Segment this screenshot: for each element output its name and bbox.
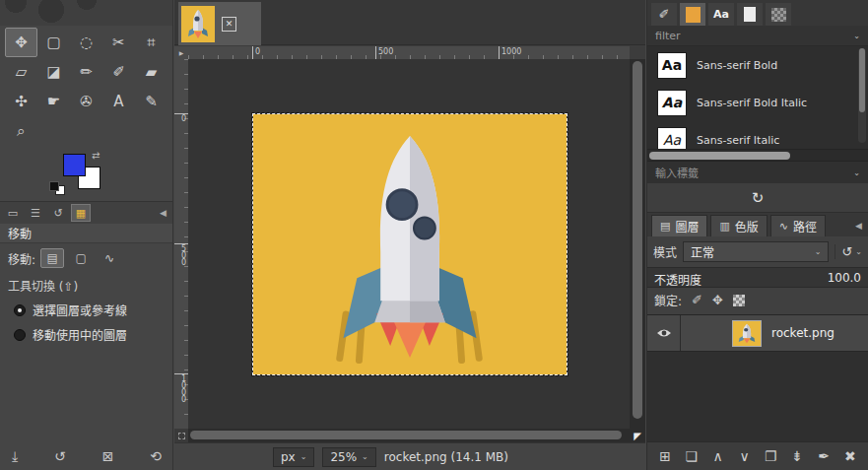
raise-layer-icon[interactable]: ∧ xyxy=(709,448,727,464)
clone-tool-icon[interactable]: ✣ xyxy=(5,87,37,116)
foreground-color-swatch[interactable] xyxy=(63,154,86,176)
free-select-tool-icon[interactable]: ◌ xyxy=(70,28,102,57)
layer-visibility-cell[interactable] xyxy=(647,315,681,351)
delete-preset-icon[interactable]: ⊠ xyxy=(102,448,114,464)
radio-selected-icon[interactable] xyxy=(14,304,26,316)
ruler-corner-button[interactable]: ▶ xyxy=(174,46,188,59)
add-mask-icon[interactable]: ✒ xyxy=(815,448,833,464)
opacity-slider[interactable]: 不透明度 100.0 xyxy=(647,267,868,288)
move-path-button[interactable]: ∿ xyxy=(98,248,121,268)
tab-device-status[interactable]: ☰ xyxy=(26,204,45,222)
lock-pixels-icon[interactable]: ✐ xyxy=(692,293,702,307)
horizontal-ruler[interactable]: 0 500 1000 xyxy=(188,46,630,59)
chevron-down-icon: ⌄ xyxy=(362,452,368,461)
quick-mask-toggle[interactable] xyxy=(174,429,188,442)
pencil-tool-icon[interactable]: ✏ xyxy=(70,57,102,87)
font-list-scrollbar-thumb[interactable] xyxy=(859,48,865,112)
tab-fonts[interactable]: Aa xyxy=(708,3,734,26)
bucket-fill-tool-icon[interactable]: ◪ xyxy=(37,57,70,87)
font-list-hscrollbar[interactable] xyxy=(647,149,868,161)
rectangle-select-tool-icon[interactable]: ▢ xyxy=(37,28,70,57)
vruler-label: 500 xyxy=(174,243,188,265)
tag-entry-input[interactable]: 輸入標籤 ⌄ xyxy=(647,161,868,183)
font-list-item[interactable]: Aa Sans-serif Bold Italic xyxy=(647,84,868,121)
tab-paths[interactable]: ∿ 路徑 xyxy=(770,215,826,236)
zoom-tool-icon[interactable]: ⌕ xyxy=(5,116,37,146)
paintbrush-tool-icon[interactable]: ✐ xyxy=(102,57,135,87)
tab-undo-history[interactable]: ↺ xyxy=(48,204,68,222)
zoom-select[interactable]: 25% ⌄ xyxy=(322,447,375,467)
font-list-hscrollbar-thumb[interactable] xyxy=(649,152,790,160)
font-filter-input[interactable]: filter ⌄ xyxy=(647,26,868,46)
mode-dropdown[interactable]: 正常 ⌄ xyxy=(683,241,829,262)
scissors-select-tool-icon[interactable]: ✂ xyxy=(102,28,135,57)
lock-alpha-icon[interactable] xyxy=(733,295,745,306)
opacity-label: 不透明度 xyxy=(654,271,701,288)
unit-select[interactable]: px ⌄ xyxy=(273,447,314,467)
navigation-preview-icon[interactable]: ◤ xyxy=(630,429,645,442)
move-selection-button[interactable]: ▢ xyxy=(69,248,93,268)
radio-move-active-layer[interactable]: 移動使用中的圖層 xyxy=(0,322,172,347)
lower-layer-icon[interactable]: ∨ xyxy=(736,448,754,464)
vertical-scrollbar[interactable] xyxy=(630,59,645,429)
canvas-viewport[interactable] xyxy=(188,59,630,429)
move-tool-icon[interactable]: ✥ xyxy=(5,28,37,57)
image-tabstrip: ✕ xyxy=(174,0,645,45)
restore-preset-icon[interactable]: ↺ xyxy=(54,448,66,464)
image-tab[interactable]: ✕ xyxy=(178,2,261,45)
save-preset-icon[interactable]: ⤓ xyxy=(12,448,18,465)
reset-tool-icon[interactable]: ⟲ xyxy=(150,448,162,464)
airbrush-tool-icon[interactable]: ✇ xyxy=(70,87,102,116)
fonts-icon: Aa xyxy=(713,8,729,21)
chevron-down-icon: ⌄ xyxy=(815,247,822,256)
collapse-dock-icon[interactable]: ◀ xyxy=(855,221,862,231)
smudge-tool-icon[interactable]: ☛ xyxy=(37,87,70,116)
tab-layers[interactable]: ▤ 圖層 xyxy=(651,215,707,236)
tab-patterns[interactable] xyxy=(680,3,705,26)
delete-layer-icon[interactable]: ✖ xyxy=(841,448,859,464)
transform-tool-icon[interactable]: ▱ xyxy=(5,57,37,87)
tab-tool-options[interactable]: ▭ xyxy=(3,204,23,222)
mode-row: 模式 正常 ⌄ ↺ ⌄ xyxy=(647,236,868,267)
move-layer-button[interactable]: ▤ xyxy=(40,248,64,268)
mode-switch-button[interactable]: ↺ ⌄ xyxy=(835,244,862,259)
rocket-image[interactable] xyxy=(252,113,568,375)
vertical-scrollbar-thumb[interactable] xyxy=(633,61,642,419)
mode-value: 正常 xyxy=(691,243,714,260)
pattern-swatch-icon xyxy=(686,7,701,23)
text-tool-icon[interactable]: A xyxy=(102,87,135,116)
horizontal-scrollbar[interactable] xyxy=(188,429,630,442)
layer-row[interactable]: rocket.png xyxy=(647,315,868,352)
font-name: Sans-serif Bold xyxy=(697,59,777,72)
tab-channels[interactable]: ▥ 色版 xyxy=(710,215,767,236)
tab-palettes[interactable] xyxy=(766,3,791,26)
new-group-icon[interactable]: ❏ xyxy=(683,448,701,464)
lock-position-icon[interactable]: ✥ xyxy=(712,293,723,307)
horizontal-scrollbar-thumb[interactable] xyxy=(190,431,622,439)
collapse-panel-icon[interactable]: ◀ xyxy=(160,208,167,218)
eraser-tool-icon[interactable]: ▰ xyxy=(135,57,167,87)
radio-unselected-icon[interactable] xyxy=(14,329,26,341)
duplicate-layer-icon[interactable]: ❐ xyxy=(762,448,779,464)
swap-colors-icon[interactable]: ⇄ xyxy=(92,150,100,161)
tab-brushes[interactable]: ✐ xyxy=(651,3,677,26)
move-target-label: 移動: xyxy=(8,250,35,267)
merge-down-icon[interactable]: ⇟ xyxy=(788,448,806,464)
default-colors-icon[interactable] xyxy=(49,181,65,195)
hruler-label: 1000 xyxy=(499,46,521,59)
refresh-icon[interactable]: ↻ xyxy=(752,189,765,207)
tab-pointer[interactable]: ▦ xyxy=(71,204,91,222)
color-picker-tool-icon[interactable]: ✎ xyxy=(135,87,167,116)
mode-reset-icon: ↺ xyxy=(841,244,852,259)
font-list-item[interactable]: Aa Sans-serif Bold xyxy=(647,46,868,84)
vertical-ruler[interactable]: 0 500 1000 xyxy=(174,59,188,429)
radio-pick-layer-guide[interactable]: 選擇圖層或參考線 xyxy=(0,298,172,322)
tab-document-history[interactable] xyxy=(737,3,763,26)
font-list-scrollbar[interactable] xyxy=(858,48,866,143)
new-layer-icon[interactable]: ⊞ xyxy=(656,448,674,464)
crop-tool-icon[interactable]: ⌗ xyxy=(135,28,167,57)
font-list-item[interactable]: Aa Sans-serif Italic xyxy=(647,121,868,149)
opacity-value: 100.0 xyxy=(828,271,861,285)
layer-thumbnail[interactable] xyxy=(732,320,762,347)
close-image-icon[interactable]: ✕ xyxy=(222,17,236,32)
